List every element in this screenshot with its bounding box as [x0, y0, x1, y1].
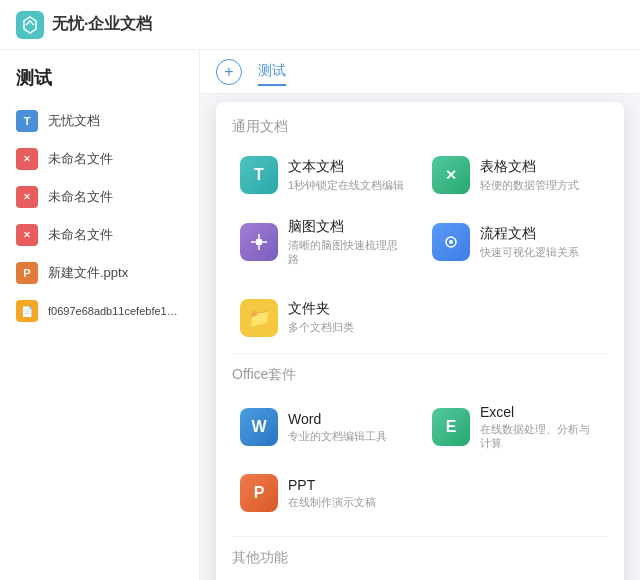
mind-doc-name: 脑图文档: [288, 218, 408, 236]
table-doc-desc: 轻便的数据管理方式: [480, 178, 579, 192]
word-icon: W: [240, 408, 278, 446]
sidebar-icon-unnamed2: ✕: [16, 186, 38, 208]
sidebar-icon-unnamed1: ✕: [16, 148, 38, 170]
word-info: Word 专业的文档编辑工具: [288, 411, 387, 443]
tab-add-button[interactable]: +: [216, 59, 242, 85]
sidebar-item-unnamed1[interactable]: ✕ 未命名文件: [0, 140, 199, 178]
logo-icon: [16, 11, 44, 39]
ppt-desc: 在线制作演示文稿: [288, 495, 376, 509]
main-content: + 测试 通用文档 T 文本文档 1秒钟锁定在线文档编辑 ✕ 表格文: [200, 50, 640, 580]
doc-item-text[interactable]: T 文本文档 1秒钟锁定在线文档编辑: [232, 148, 416, 202]
excel-info: Excel 在线数据处理、分析与计算: [480, 404, 600, 451]
layout: 测试 T 无忧文档 ✕ 未命名文件 ✕ 未命名文件 ✕ 未命名文件 P 新建文件…: [0, 50, 640, 580]
doc-item-word[interactable]: W Word 专业的文档编辑工具: [232, 396, 416, 459]
sidebar-item-unnamed2[interactable]: ✕ 未命名文件: [0, 178, 199, 216]
word-name: Word: [288, 411, 387, 427]
flow-doc-name: 流程文档: [480, 225, 579, 243]
sidebar-icon-unnamed3: ✕: [16, 224, 38, 246]
section-other-title: 其他功能: [232, 549, 608, 567]
ppt-icon: P: [240, 474, 278, 512]
flow-doc-desc: 快速可视化逻辑关系: [480, 245, 579, 259]
doc-item-excel[interactable]: E Excel 在线数据处理、分析与计算: [424, 396, 608, 459]
mind-doc-icon: [240, 223, 278, 261]
folder-name: 文件夹: [288, 300, 354, 318]
general-docs-grid: T 文本文档 1秒钟锁定在线文档编辑 ✕ 表格文档 轻便的数据管理方式: [232, 148, 608, 275]
sidebar-icon-wuyou: T: [16, 110, 38, 132]
divider-other: [232, 536, 608, 537]
logo-area: 无忧·企业文档: [16, 11, 152, 39]
svg-point-7: [449, 240, 453, 244]
doc-item-flow[interactable]: 流程文档 快速可视化逻辑关系: [424, 210, 608, 275]
doc-item-mind[interactable]: 脑图文档 清晰的脑图快速梳理思路: [232, 210, 416, 275]
sidebar-icon-hash: 📄: [16, 300, 38, 322]
sidebar-label-hash: f0697e68adb11cefebfe1a142d...: [48, 305, 183, 317]
sidebar-title: 测试: [0, 66, 199, 102]
doc-item-ppt[interactable]: P PPT 在线制作演示文稿: [232, 466, 416, 520]
word-desc: 专业的文档编辑工具: [288, 429, 387, 443]
flow-doc-info: 流程文档 快速可视化逻辑关系: [480, 225, 579, 259]
section-general-title: 通用文档: [232, 118, 608, 136]
section-office-title: Office套件: [232, 366, 608, 384]
ppt-name: PPT: [288, 477, 376, 493]
text-doc-name: 文本文档: [288, 158, 404, 176]
header: 无忧·企业文档: [0, 0, 640, 50]
sidebar: 测试 T 无忧文档 ✕ 未命名文件 ✕ 未命名文件 ✕ 未命名文件 P 新建文件…: [0, 50, 200, 580]
folder-icon: 📁: [240, 299, 278, 337]
text-doc-desc: 1秒钟锁定在线文档编辑: [288, 178, 404, 192]
sidebar-icon-newpptx: P: [16, 262, 38, 284]
mind-doc-info: 脑图文档 清晰的脑图快速梳理思路: [288, 218, 408, 267]
tab-bar: + 测试: [200, 50, 640, 94]
excel-desc: 在线数据处理、分析与计算: [480, 422, 600, 451]
sidebar-label-wuyou: 无忧文档: [48, 112, 100, 130]
plus-icon: +: [224, 63, 233, 81]
sidebar-label-unnamed2: 未命名文件: [48, 188, 113, 206]
table-doc-name: 表格文档: [480, 158, 579, 176]
office-docs-grid: W Word 专业的文档编辑工具 E Excel 在线数据处理、分析与计算 P: [232, 396, 608, 521]
dropdown-panel: 通用文档 T 文本文档 1秒钟锁定在线文档编辑 ✕ 表格文档 轻便的数据管理方式: [216, 102, 624, 580]
sidebar-label-unnamed3: 未命名文件: [48, 226, 113, 244]
text-doc-icon: T: [240, 156, 278, 194]
sidebar-item-hash[interactable]: 📄 f0697e68adb11cefebfe1a142d...: [0, 292, 199, 330]
doc-item-table[interactable]: ✕ 表格文档 轻便的数据管理方式: [424, 148, 608, 202]
svg-rect-1: [256, 239, 262, 245]
sidebar-item-newpptx[interactable]: P 新建文件.pptx: [0, 254, 199, 292]
sidebar-label-newpptx: 新建文件.pptx: [48, 264, 128, 282]
mind-doc-desc: 清晰的脑图快速梳理思路: [288, 238, 408, 267]
folder-info: 文件夹 多个文档归类: [288, 300, 354, 334]
folder-item[interactable]: 📁 文件夹 多个文档归类: [232, 291, 608, 345]
logo-text: 无忧·企业文档: [52, 14, 152, 35]
ppt-info: PPT 在线制作演示文稿: [288, 477, 376, 509]
sidebar-item-unnamed3[interactable]: ✕ 未命名文件: [0, 216, 199, 254]
sidebar-item-wuyou[interactable]: T 无忧文档: [0, 102, 199, 140]
sidebar-label-unnamed1: 未命名文件: [48, 150, 113, 168]
tab-active[interactable]: 测试: [258, 58, 286, 86]
text-doc-info: 文本文档 1秒钟锁定在线文档编辑: [288, 158, 404, 192]
table-doc-info: 表格文档 轻便的数据管理方式: [480, 158, 579, 192]
excel-name: Excel: [480, 404, 600, 420]
folder-desc: 多个文档归类: [288, 320, 354, 334]
flow-doc-icon: [432, 223, 470, 261]
divider-office: [232, 353, 608, 354]
table-doc-icon: ✕: [432, 156, 470, 194]
svg-rect-0: [16, 11, 44, 39]
excel-icon: E: [432, 408, 470, 446]
